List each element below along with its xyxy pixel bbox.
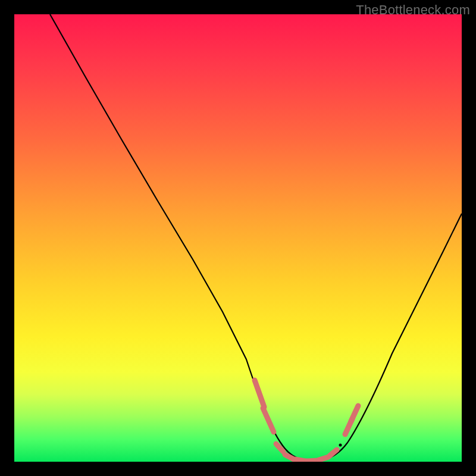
watermark-text: TheBottleneck.com bbox=[356, 2, 470, 18]
bottleneck-curve bbox=[14, 14, 462, 462]
curve-path bbox=[50, 14, 462, 461]
chart-frame: TheBottleneck.com bbox=[0, 0, 476, 476]
chart-plot-area bbox=[14, 14, 462, 462]
trough-dot bbox=[339, 444, 342, 447]
